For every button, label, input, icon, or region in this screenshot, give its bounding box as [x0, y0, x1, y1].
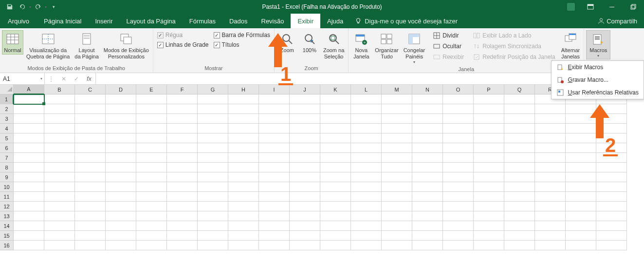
cell[interactable]: [106, 163, 136, 172]
cell[interactable]: [596, 153, 627, 163]
cell[interactable]: [443, 192, 474, 202]
cell[interactable]: [412, 153, 443, 163]
cell[interactable]: [504, 94, 535, 104]
cell[interactable]: [75, 133, 106, 143]
column-header[interactable]: G: [198, 85, 228, 94]
cell[interactable]: [259, 114, 290, 124]
cell[interactable]: [566, 241, 596, 250]
cell[interactable]: [320, 163, 351, 172]
column-header[interactable]: J: [290, 85, 320, 94]
cell[interactable]: [443, 163, 474, 172]
account-icon[interactable]: [562, 0, 580, 14]
row-header[interactable]: 16: [0, 241, 14, 250]
cell[interactable]: [136, 133, 167, 143]
cell[interactable]: [198, 133, 228, 143]
column-header[interactable]: Q: [504, 85, 535, 94]
cell[interactable]: [351, 192, 382, 202]
fx-icon[interactable]: fx: [83, 75, 95, 82]
cell[interactable]: [443, 172, 474, 182]
cell[interactable]: [596, 211, 627, 221]
cell[interactable]: [351, 114, 382, 124]
cell[interactable]: [535, 104, 566, 114]
row-header[interactable]: 14: [0, 221, 14, 231]
cell[interactable]: [75, 182, 106, 192]
cell[interactable]: [167, 192, 198, 202]
cell[interactable]: [412, 202, 443, 211]
column-header[interactable]: A: [14, 85, 44, 94]
cell[interactable]: [443, 202, 474, 211]
cell[interactable]: [474, 221, 504, 231]
cell[interactable]: [259, 202, 290, 211]
cell[interactable]: [535, 133, 566, 143]
cell[interactable]: [75, 202, 106, 211]
cell[interactable]: [320, 124, 351, 133]
cell[interactable]: [198, 192, 228, 202]
cell[interactable]: [566, 124, 596, 133]
cell[interactable]: [320, 221, 351, 231]
cell[interactable]: [566, 163, 596, 172]
cell[interactable]: [167, 133, 198, 143]
cell[interactable]: [474, 231, 504, 241]
cell[interactable]: [566, 114, 596, 124]
cell[interactable]: [167, 211, 198, 221]
redo-icon[interactable]: [32, 1, 44, 12]
cell[interactable]: [535, 211, 566, 221]
cell[interactable]: [566, 104, 596, 114]
cell[interactable]: [474, 241, 504, 250]
cell[interactable]: [259, 211, 290, 221]
cell[interactable]: [382, 153, 412, 163]
cell[interactable]: [198, 104, 228, 114]
cell[interactable]: [44, 153, 75, 163]
cell[interactable]: [14, 143, 44, 153]
cell[interactable]: [596, 231, 627, 241]
normal-view-button[interactable]: Normal: [2, 30, 23, 55]
cell[interactable]: [44, 192, 75, 202]
cell[interactable]: [566, 211, 596, 221]
cell[interactable]: [596, 133, 627, 143]
cell[interactable]: [136, 124, 167, 133]
name-box[interactable]: A1 ▾: [0, 73, 45, 84]
cell[interactable]: [290, 133, 320, 143]
cell[interactable]: [75, 124, 106, 133]
cell[interactable]: [198, 241, 228, 250]
cell[interactable]: [443, 153, 474, 163]
cell[interactable]: [14, 211, 44, 221]
cell[interactable]: [382, 143, 412, 153]
column-header[interactable]: F: [167, 85, 198, 94]
cell[interactable]: [566, 133, 596, 143]
cell[interactable]: [106, 124, 136, 133]
cell[interactable]: [75, 172, 106, 182]
cell[interactable]: [412, 211, 443, 221]
cell[interactable]: [75, 104, 106, 114]
cell[interactable]: [198, 202, 228, 211]
cell[interactable]: [351, 133, 382, 143]
cell[interactable]: [504, 182, 535, 192]
column-header[interactable]: K: [320, 85, 351, 94]
cell[interactable]: [75, 143, 106, 153]
cell[interactable]: [167, 202, 198, 211]
cell[interactable]: [351, 241, 382, 250]
cell[interactable]: [382, 211, 412, 221]
cell[interactable]: [290, 202, 320, 211]
grid-cells[interactable]: [14, 94, 627, 250]
cell[interactable]: [167, 182, 198, 192]
cell[interactable]: [14, 114, 44, 124]
cell[interactable]: [106, 182, 136, 192]
cell[interactable]: [106, 172, 136, 182]
column-header[interactable]: L: [351, 85, 382, 94]
cell[interactable]: [75, 94, 106, 104]
cell[interactable]: [474, 202, 504, 211]
column-header[interactable]: C: [75, 85, 106, 94]
row-header[interactable]: 3: [0, 114, 14, 124]
cell[interactable]: [596, 172, 627, 182]
cell[interactable]: [320, 231, 351, 241]
cell[interactable]: [44, 182, 75, 192]
cell[interactable]: [290, 114, 320, 124]
cell[interactable]: [443, 133, 474, 143]
cell[interactable]: [412, 133, 443, 143]
cell[interactable]: [566, 202, 596, 211]
cell[interactable]: [259, 231, 290, 241]
cell[interactable]: [412, 114, 443, 124]
cell[interactable]: [320, 104, 351, 114]
row-header[interactable]: 4: [0, 124, 14, 133]
